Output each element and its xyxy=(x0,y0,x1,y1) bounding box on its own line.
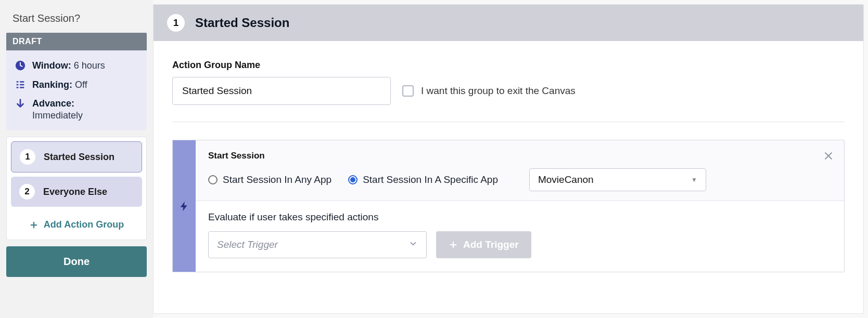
main-header: 1 Started Session xyxy=(154,5,863,41)
divider xyxy=(172,122,845,122)
advance-value: Immediately xyxy=(32,110,83,121)
sidebar-title: Start Session? xyxy=(6,6,147,33)
radio-icon xyxy=(348,175,358,184)
radio-any-app[interactable]: Start Session In Any App xyxy=(208,174,331,186)
draft-badge: DRAFT xyxy=(6,33,147,50)
evaluate-text: Evaluate if user takes specified actions xyxy=(208,211,832,223)
add-action-group-label: Add Action Group xyxy=(44,219,124,230)
action-subtitle: Start Session xyxy=(208,151,832,161)
radio-icon xyxy=(208,175,218,184)
action-groups-card: 1 Started Session 2 Everyone Else Add Ac… xyxy=(6,137,147,240)
action-definition-block: Start Session Start Session In Any App S… xyxy=(172,140,845,272)
app-select-value: MovieCanon xyxy=(538,174,594,186)
radio-any-app-label: Start Session In Any App xyxy=(223,174,331,186)
plus-icon xyxy=(449,240,458,249)
ranking-value: Off xyxy=(75,80,87,90)
action-group-name-label: Action Group Name xyxy=(172,60,845,71)
action-group-item-2[interactable]: 2 Everyone Else xyxy=(11,177,142,207)
trigger-select[interactable]: Select Trigger xyxy=(208,231,427,258)
group-label: Started Session xyxy=(44,152,114,163)
ranking-icon xyxy=(15,79,26,90)
ranking-label: Ranking: xyxy=(32,80,72,90)
done-button[interactable]: Done xyxy=(6,246,147,277)
radio-specific-app[interactable]: Start Session In A Specific App xyxy=(348,174,498,186)
arrow-down-icon xyxy=(15,98,26,109)
add-trigger-label: Add Trigger xyxy=(463,239,519,250)
settings-summary-panel: Window: 6 hours Ranking: Off Advance: Im… xyxy=(6,50,147,130)
exit-canvas-label: I want this group to exit the Canvas xyxy=(421,85,576,97)
clock-icon xyxy=(15,60,26,71)
group-number: 2 xyxy=(19,184,35,200)
action-accent-bar xyxy=(173,140,196,272)
page-title: Started Session xyxy=(195,16,289,30)
sidebar: Start Session? DRAFT Window: 6 hours Ran… xyxy=(0,0,153,318)
window-label: Window: xyxy=(32,60,71,71)
trigger-select-placeholder: Select Trigger xyxy=(217,239,278,250)
chevron-down-icon: ▼ xyxy=(691,176,697,183)
group-number: 1 xyxy=(20,149,35,165)
close-icon xyxy=(823,151,834,161)
action-group-name-input[interactable] xyxy=(172,77,391,105)
group-label: Everyone Else xyxy=(43,187,107,197)
chevron-down-icon xyxy=(409,239,418,251)
advance-label: Advance: xyxy=(32,98,74,109)
add-trigger-button[interactable]: Add Trigger xyxy=(436,231,531,258)
add-action-group-button[interactable]: Add Action Group xyxy=(7,211,146,240)
window-value: 6 hours xyxy=(74,60,105,71)
exit-canvas-checkbox-wrapper[interactable]: I want this group to exit the Canvas xyxy=(402,85,576,97)
radio-specific-app-label: Start Session In A Specific App xyxy=(363,174,498,186)
lightning-icon xyxy=(178,201,190,212)
exit-canvas-checkbox[interactable] xyxy=(402,85,414,97)
main-panel: 1 Started Session Action Group Name I wa… xyxy=(153,4,864,314)
remove-action-button[interactable] xyxy=(823,151,834,164)
header-step-number: 1 xyxy=(167,14,185,32)
plus-icon xyxy=(29,220,39,230)
app-select[interactable]: MovieCanon ▼ xyxy=(529,168,706,191)
action-group-item-1[interactable]: 1 Started Session xyxy=(11,141,142,173)
